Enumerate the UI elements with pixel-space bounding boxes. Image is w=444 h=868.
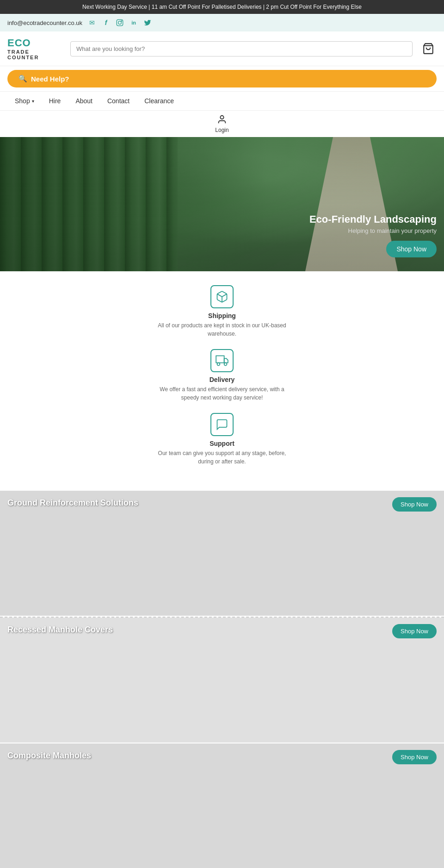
- support-desc: Our team can give you support at any sta…: [157, 449, 287, 466]
- instagram-icon[interactable]: [115, 18, 125, 28]
- svg-point-4: [220, 116, 223, 119]
- svg-marker-7: [224, 358, 228, 362]
- nav-item-contact[interactable]: Contact: [100, 92, 137, 110]
- feature-shipping: Shipping All of our products are kept in…: [7, 285, 437, 338]
- feature-delivery: Delivery We offer a fast and efficient d…: [7, 349, 437, 402]
- svg-rect-0: [117, 19, 123, 25]
- info-bar: info@ecotradecounter.co.uk ✉ f in: [0, 14, 444, 31]
- shipping-desc: All of our products are kept in stock in…: [157, 321, 287, 338]
- svg-rect-6: [216, 356, 224, 363]
- category-banner-ground: Ground Reinforcement Solutions Shop Now: [0, 491, 444, 616]
- category-title-composite: Composite Manholes: [7, 751, 91, 761]
- support-title: Support: [210, 440, 234, 447]
- svg-point-8: [217, 363, 220, 366]
- composite-shop-now-button[interactable]: Shop Now: [392, 750, 437, 764]
- svg-point-9: [224, 363, 227, 366]
- email-social-icon[interactable]: ✉: [87, 18, 97, 28]
- login-area[interactable]: Login: [0, 111, 444, 137]
- hero-shop-now-button[interactable]: Shop Now: [386, 241, 437, 257]
- cart-icon[interactable]: [420, 40, 437, 57]
- nav-item-shop[interactable]: Shop ▾: [7, 92, 42, 110]
- hero-banner: Eco-Friendly Landscaping Helping to main…: [0, 137, 444, 271]
- features-section: Shipping All of our products are kept in…: [0, 271, 444, 491]
- hero-subtitle: Helping to maintain your property: [309, 227, 437, 234]
- social-icons: ✉ f in: [87, 18, 153, 28]
- user-icon: [217, 114, 227, 127]
- nav-item-hire[interactable]: Hire: [42, 92, 68, 110]
- svg-point-1: [118, 21, 122, 25]
- nav-item-clearance[interactable]: Clearance: [137, 92, 181, 110]
- help-button-label: Need Help?: [31, 75, 69, 83]
- navigation: Shop ▾ Hire About Contact Clearance: [0, 91, 444, 111]
- help-bar: 🔍 Need Help?: [0, 66, 444, 91]
- shop-chevron-icon: ▾: [32, 99, 34, 104]
- twitter-icon[interactable]: [142, 18, 153, 28]
- category-title-manhole: Recessed Manhole Covers: [7, 625, 113, 635]
- nav-item-about[interactable]: About: [68, 92, 100, 110]
- facebook-icon[interactable]: f: [101, 18, 111, 28]
- shipping-title: Shipping: [208, 312, 236, 319]
- svg-point-2: [121, 21, 122, 21]
- logo-eco: ECO: [7, 37, 63, 49]
- help-button[interactable]: 🔍 Need Help?: [7, 70, 437, 87]
- support-icon: [210, 413, 234, 436]
- search-help-icon: 🔍: [18, 75, 27, 83]
- category-title-ground: Ground Reinforcement Solutions: [7, 498, 138, 508]
- delivery-icon: [210, 349, 234, 372]
- logo-counter: COUNTER: [7, 55, 63, 60]
- search-input[interactable]: [70, 41, 413, 56]
- logo-trade: TRADE: [7, 49, 63, 55]
- hero-title: Eco-Friendly Landscaping: [309, 213, 437, 225]
- manhole-shop-now-button[interactable]: Shop Now: [392, 624, 437, 638]
- category-banner-manhole: Recessed Manhole Covers Shop Now: [0, 618, 444, 743]
- delivery-title: Delivery: [210, 376, 234, 383]
- email-address: info@ecotradecounter.co.uk: [7, 19, 82, 26]
- logo[interactable]: ECO TRADE COUNTER: [7, 37, 63, 60]
- header: ECO TRADE COUNTER: [0, 31, 444, 66]
- login-label: Login: [215, 127, 228, 133]
- shipping-icon: [210, 285, 234, 308]
- feature-support: Support Our team can give you support at…: [7, 413, 437, 466]
- top-banner: Next Working Day Service | 11 am Cut Off…: [0, 0, 444, 14]
- ground-shop-now-button[interactable]: Shop Now: [392, 497, 437, 512]
- delivery-desc: We offer a fast and efficient delivery s…: [157, 385, 287, 402]
- category-banner-composite: Composite Manholes Shop Now: [0, 743, 444, 868]
- top-banner-text: Next Working Day Service | 11 am Cut Off…: [82, 4, 362, 10]
- linkedin-icon[interactable]: in: [129, 18, 139, 28]
